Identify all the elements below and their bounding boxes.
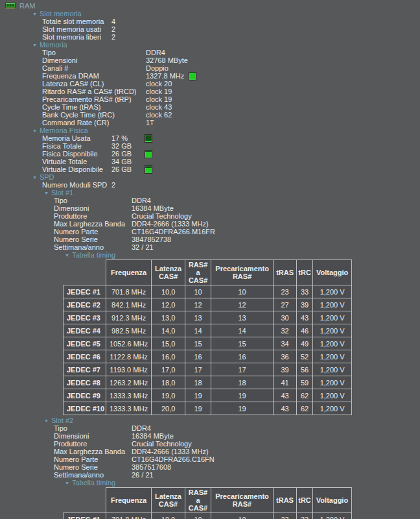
timing-cell: 912.3 MHz — [106, 311, 152, 324]
info-row: Precaricamento RAS# (tRP)clock 19 — [0, 95, 420, 103]
info-label: Frequenza DRAM — [42, 72, 146, 80]
info-value: CT16G4DFRA266.C16FN — [132, 455, 215, 463]
timing-cell: 33 — [297, 513, 313, 519]
timing-cell: 1,200 V — [313, 513, 352, 519]
table-row: JEDEC #51052.6 MHz15,0151534491,200 V — [64, 337, 352, 350]
chevron-down-icon[interactable]: ▼ — [44, 418, 49, 423]
jedec-row-label: JEDEC #1 — [64, 285, 106, 298]
timing-cell: 701.8 MHz — [106, 285, 152, 298]
info-label: Slot memoria usati — [42, 25, 111, 33]
section-label: SPD — [40, 173, 54, 181]
column-header: Voltaggio — [313, 488, 352, 513]
timing-cell: 14,0 — [152, 324, 185, 337]
column-header: tRC — [297, 488, 313, 513]
info-value: 1T — [146, 119, 154, 127]
timing-table-2: FrequenzaLatenza CAS#RAS# a CAS#Precaric… — [63, 487, 352, 519]
timing-cell: 1263.2 MHz — [106, 376, 152, 389]
info-label: Dimensioni — [54, 432, 132, 440]
timing-cell: 39 — [297, 298, 313, 311]
info-value: 26 GB — [111, 150, 140, 158]
section-header-slot-1[interactable]: ▼Slot #1 — [0, 189, 420, 197]
chevron-down-icon[interactable]: ▼ — [32, 12, 38, 16]
info-label: Numero Serie — [54, 235, 132, 243]
table-row: JEDEC #2842.1 MHz12,0121227391,200 V — [64, 298, 352, 311]
timing-cell: 1,200 V — [313, 376, 352, 389]
chevron-down-icon[interactable]: ▼ — [32, 175, 38, 180]
timing-cell: 1,200 V — [313, 389, 352, 402]
timing-cell: 19 — [211, 402, 274, 415]
info-label: Numero Moduli SPD — [42, 181, 111, 189]
timing-cell: 1,200 V — [313, 402, 352, 415]
info-label: Slot memoria liberi — [42, 33, 111, 41]
timing-cell: 1333.3 MHz — [106, 389, 152, 402]
timing-cell: 19 — [185, 389, 211, 402]
section-header-slot-memoria[interactable]: ▼Slot memoria — [0, 10, 420, 18]
info-row: Latenza CAS# (CL)clock 20 — [0, 80, 420, 88]
jedec-row-label: JEDEC #2 — [64, 298, 106, 311]
column-header: tRC — [297, 260, 313, 285]
column-header: Latenza CAS# — [152, 488, 185, 513]
info-label: Fisica Disponibile — [42, 150, 111, 158]
timing-cell: 842.1 MHz — [106, 298, 152, 311]
timing-cell: 1052.6 MHz — [106, 337, 152, 350]
section-header-tabella-timing-2[interactable]: ▼Tabella timing — [0, 479, 420, 487]
timing-cell: 49 — [297, 337, 313, 350]
info-row: TipoDDR4 — [0, 197, 420, 204]
timing-cell: 52 — [297, 350, 313, 363]
table-header-row: FrequenzaLatenza CAS#RAS# a CAS#Precaric… — [64, 488, 352, 513]
chevron-down-icon[interactable]: ▼ — [32, 128, 38, 133]
chevron-down-icon[interactable]: ▼ — [65, 481, 70, 485]
chevron-down-icon[interactable]: ▼ — [44, 191, 49, 195]
column-header: Frequenza — [106, 488, 152, 513]
timing-cell: 1,200 V — [313, 363, 352, 376]
timing-cell: 10,0 — [152, 285, 185, 298]
info-label: Bank Cycle Time (tRC) — [42, 111, 146, 119]
info-value: 1327.8 MHz — [146, 72, 184, 80]
timing-cell: 1122.8 MHz — [106, 350, 152, 363]
ram-root-row[interactable]: RAM — [0, 1, 420, 10]
info-label: Memoria Usata — [42, 134, 111, 142]
section-header-spd[interactable]: ▼SPD — [0, 173, 420, 181]
info-label: Numero Parte — [54, 228, 132, 235]
timing-cell: 32 — [274, 324, 297, 337]
timing-cell: 56 — [297, 363, 313, 376]
info-row: Fisica Totale32 GB — [0, 142, 420, 150]
section-label: Tabella timing — [72, 251, 115, 259]
info-row: Numero Moduli SPD2 — [0, 181, 420, 189]
ram-info-panel: RAM ▼Slot memoriaTotale slot memoria4Slo… — [0, 0, 420, 519]
info-value: clock 62 — [146, 111, 172, 119]
info-label: Tipo — [54, 424, 132, 432]
table-row: JEDEC #81263.2 MHz18,0181841591,200 V — [64, 376, 352, 389]
chevron-down-icon[interactable]: ▼ — [32, 43, 38, 47]
info-row: Memoria Usata17 % — [0, 134, 420, 142]
timing-cell: 15 — [185, 337, 211, 350]
info-label: Command Rate (CR) — [42, 119, 146, 127]
info-value: 3847852738 — [132, 235, 171, 243]
timing-cell: 14 — [211, 324, 274, 337]
info-value: 4 — [111, 18, 115, 25]
section-header-tabella-timing-1[interactable]: ▼Tabella timing — [0, 251, 420, 259]
info-row: Dimensioni16384 MByte — [0, 204, 420, 212]
timing-cell: 17 — [185, 363, 211, 376]
table-corner-cell — [64, 260, 106, 285]
section-header-memoria-fisica[interactable]: ▼Memoria Fisica — [0, 127, 420, 134]
info-label: Canali # — [42, 64, 146, 72]
info-row: Numero Serie3847852738 — [0, 235, 420, 243]
info-value: DDR4 — [132, 197, 151, 204]
timing-cell: 19,0 — [152, 389, 185, 402]
timing-cell: 16 — [211, 350, 274, 363]
section-header-slot-2[interactable]: ▼Slot #2 — [0, 416, 420, 424]
timing-cell: 18,0 — [152, 376, 185, 389]
info-value: DDR4 — [146, 49, 165, 56]
section-label: Memoria — [40, 41, 67, 49]
info-row: Settimana/anno32 / 21 — [0, 243, 420, 251]
jedec-row-label: JEDEC #3 — [64, 311, 106, 324]
info-row: Settimana/anno26 / 21 — [0, 471, 420, 479]
usage-gauge-icon — [189, 72, 196, 80]
page-title: RAM — [19, 2, 35, 10]
section-header-memoria[interactable]: ▼Memoria — [0, 41, 420, 49]
chevron-down-icon[interactable]: ▼ — [65, 253, 70, 258]
jedec-row-label: JEDEC #7 — [64, 363, 106, 376]
info-row: Max Larghezza BandaDDR4-2666 (1333 MHz) — [0, 220, 420, 228]
timing-cell: 982.5 MHz — [106, 324, 152, 337]
